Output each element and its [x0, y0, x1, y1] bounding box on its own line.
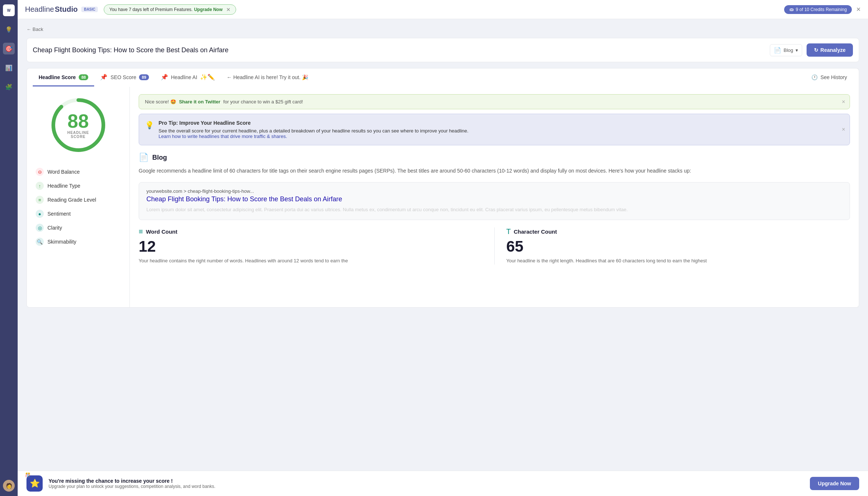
credits-badge: 🎟 9 of 10 Credits Remaining [784, 5, 852, 14]
char-count-stat: T Character Count 65 Your headline is th… [506, 227, 850, 265]
blog-doc-icon: 📄 [774, 47, 781, 54]
topnav-right: 🎟 9 of 10 Credits Remaining × [784, 5, 861, 14]
serp-url: yourwebsite.com > cheap-flight-booking-t… [146, 188, 842, 194]
logo-w-icon: W [7, 8, 10, 13]
content-panel: Nice score! 🤩 Share it on Twitter for yo… [130, 87, 859, 307]
alert-twitter: Nice score! 🤩 Share it on Twitter for yo… [139, 94, 850, 109]
score-circle-content: 88 HEADLINE SCORE [64, 111, 93, 139]
alert-blue-text: See the overall score for your current h… [159, 128, 469, 134]
alert-green-close-icon[interactable]: × [842, 99, 845, 105]
back-link[interactable]: ← Back [26, 26, 859, 32]
trial-upgrade-link[interactable]: Upgrade Now [194, 7, 223, 12]
serp-headline[interactable]: Cheap Flight Booking Tips: How to Score … [146, 195, 842, 203]
learn-more-link[interactable]: Learn how to write headlines that drive … [159, 134, 287, 139]
tabs-row: Headline Score 88 📌 SEO Score 89 📌 Headl… [26, 68, 859, 87]
twitter-share-link[interactable]: Share it on Twitter [179, 99, 220, 104]
word-count-number: 12 [139, 239, 483, 254]
chevron-down-icon: ▾ [796, 47, 798, 53]
metric-headline-type[interactable]: ↑ Headline Type [36, 179, 121, 193]
word-count-stat: ≡ Word Count 12 Your headline contains t… [139, 227, 483, 265]
trial-banner: You have 7 days left of Premium Features… [104, 4, 236, 15]
tab-headline-ai[interactable]: 📌 Headline AI ✨✏️ [155, 68, 221, 87]
confetti-icon: 🎊 [25, 472, 31, 478]
sentiment-icon: ● [36, 210, 44, 218]
tab-headline-ai-label: Headline AI [171, 74, 198, 80]
score-label: HEADLINE SCORE [64, 131, 93, 139]
trial-text: You have 7 days left of Premium Features… [109, 7, 192, 12]
alert-pro-tip: 💡 Pro Tip: Improve Your Headline Score S… [139, 114, 850, 145]
score-circle: 88 HEADLINE SCORE [49, 96, 108, 155]
sidebar-avatar[interactable]: 🧑 [3, 480, 15, 492]
serp-preview: yourwebsite.com > cheap-flight-booking-t… [139, 182, 850, 220]
stats-divider [494, 227, 495, 265]
word-count-header: ≡ Word Count [139, 227, 483, 236]
metric-word-balance[interactable]: ⊖ Word Balance [36, 165, 121, 179]
stats-row: ≡ Word Count 12 Your headline contains t… [139, 227, 850, 265]
type-selector-label: Blog [783, 47, 793, 53]
upgrade-text: You're missing the chance to increase yo… [49, 478, 804, 489]
headline-input[interactable] [33, 46, 765, 54]
logo-headline-text: Headline [25, 5, 54, 14]
reading-grade-label: Reading Grade Level [47, 197, 96, 203]
sidebar: W 💡 🎯 📊 🧩 🧑 [0, 0, 18, 496]
blog-section-title: Blog [152, 154, 167, 162]
upgrade-title: You're missing the chance to increase yo… [49, 478, 804, 484]
headline-input-row: 📄 Blog ▾ ↻ Reanalyze [26, 38, 859, 62]
sentiment-label: Sentiment [47, 211, 71, 217]
reading-grade-icon: ≡ [36, 196, 44, 204]
tab-seo-score-label: SEO Score [110, 74, 136, 80]
content-area: ← Back 📄 Blog ▾ ↻ Reanalyze Headline Sco… [18, 19, 868, 496]
word-count-desc: Your headline contains the right number … [139, 257, 483, 265]
blog-doc-icon: 📄 [139, 153, 149, 162]
tab-headline-score-label: Headline Score [39, 74, 76, 80]
metric-sentiment[interactable]: ● Sentiment [36, 207, 121, 221]
tab-headline-score[interactable]: Headline Score 88 [33, 69, 94, 86]
logo-studio-text: Studio [55, 5, 78, 14]
sidebar-icon-target[interactable]: 🎯 [3, 43, 15, 54]
see-history-tab[interactable]: 🕐 See History [805, 69, 853, 86]
ai-notice-text: ← Headline AI is here! Try it out. 🎉 [227, 74, 308, 80]
alert-green-suffix: for your chance to win a $25 gift card! [223, 99, 303, 104]
word-balance-label: Word Balance [47, 169, 80, 175]
trial-close-icon[interactable]: ✕ [226, 7, 231, 13]
metrics-list: ⊖ Word Balance ↑ Headline Type ≡ Reading… [36, 165, 121, 249]
alert-blue-title: Pro Tip: Improve Your Headline Score [159, 120, 469, 126]
metric-skimmability[interactable]: 🔍 Skimmability [36, 235, 121, 249]
sidebar-logo[interactable]: W [3, 4, 15, 16]
type-selector[interactable]: 📄 Blog ▾ [770, 44, 802, 56]
upgrade-desc: Upgrade your plan to unlock your suggest… [49, 484, 804, 489]
upgrade-now-button[interactable]: Upgrade Now [810, 477, 859, 490]
serp-body-text: Lorem ipsum dolor sit amet, consectetur … [146, 206, 842, 214]
star-icon: ⭐ [30, 479, 40, 488]
clarity-icon: ◎ [36, 224, 44, 232]
ai-wand-icon: ✨✏️ [200, 74, 215, 81]
headline-type-icon: ↑ [36, 182, 44, 190]
metric-reading-grade[interactable]: ≡ Reading Grade Level [36, 193, 121, 207]
skimmability-label: Skimmability [47, 239, 77, 245]
char-count-icon: T [506, 227, 511, 236]
score-circle-wrapper: 88 HEADLINE SCORE [36, 96, 121, 155]
word-count-icon: ≡ [139, 227, 143, 236]
sidebar-icon-lightbulb[interactable]: 💡 [3, 24, 15, 35]
reanalyze-button[interactable]: ↻ Reanalyze [807, 43, 853, 57]
topnav-close-icon[interactable]: × [856, 5, 861, 14]
upgrade-star-icon: 🎊 ⭐ [26, 475, 43, 492]
blog-section-header: 📄 Blog [139, 153, 850, 162]
sidebar-icon-puzzle[interactable]: 🧩 [3, 81, 15, 93]
credits-text: 9 of 10 Credits Remaining [796, 7, 847, 12]
score-number: 88 [64, 111, 93, 131]
clarity-label: Clarity [47, 225, 62, 231]
blog-section-desc: Google recommends a headline limit of 60… [139, 167, 850, 175]
seo-pin-icon: 📌 [100, 74, 107, 81]
tab-seo-score[interactable]: 📌 SEO Score 89 [94, 68, 154, 87]
topnav-logo: Headline Studio BASIC [25, 5, 98, 14]
alert-blue-close-icon[interactable]: × [842, 126, 845, 133]
ai-pin-icon: 📌 [161, 74, 168, 81]
metric-clarity[interactable]: ◎ Clarity [36, 221, 121, 235]
panel-area: 88 HEADLINE SCORE ⊖ Word Balance ↑ Headl… [26, 87, 859, 308]
sidebar-icon-chart[interactable]: 📊 [3, 62, 15, 74]
upgrade-banner: 🎊 ⭐ You're missing the chance to increas… [18, 471, 868, 496]
char-count-number: 65 [506, 239, 850, 254]
see-history-label: See History [821, 74, 847, 80]
word-balance-icon: ⊖ [36, 168, 44, 176]
